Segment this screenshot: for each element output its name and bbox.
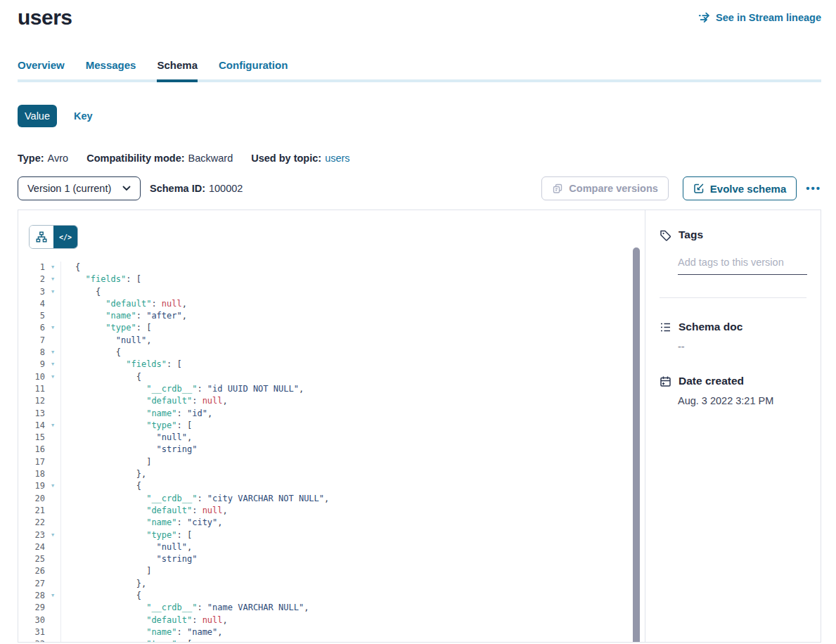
line-number: 14 <box>18 420 45 432</box>
code-text: "fields": [ <box>60 359 632 371</box>
code-text: "__crdb__": "name VARCHAR NULL", <box>60 602 632 614</box>
code-view-button[interactable]: </> <box>53 226 77 248</box>
fold-toggle-icon[interactable]: ▼ <box>45 590 60 602</box>
tags-heading: Tags <box>679 228 703 241</box>
line-number: 18 <box>18 468 45 480</box>
line-number: 21 <box>18 505 45 517</box>
fold-toggle-icon[interactable]: ▼ <box>45 638 60 642</box>
fold-spacer <box>45 553 60 565</box>
metadata-value-link[interactable]: users <box>325 153 349 164</box>
fold-toggle-icon[interactable]: ▼ <box>45 480 60 492</box>
date-created-section: Date created Aug. 3 2022 3:21 PM <box>660 375 806 406</box>
code-line: 9▼ "fields": [ <box>18 359 632 371</box>
line-number: 15 <box>18 432 45 444</box>
version-select-value: Version 1 (current) <box>27 183 111 194</box>
chevron-down-icon <box>122 186 131 191</box>
code-line: 27 }, <box>18 578 632 590</box>
code-line: 6▼ "type": [ <box>18 322 632 334</box>
fold-toggle-icon[interactable]: ▼ <box>45 322 60 334</box>
line-number: 2 <box>18 273 45 285</box>
editor-vertical-scrollbar[interactable] <box>633 247 640 642</box>
line-number: 13 <box>18 408 45 420</box>
tab-schema[interactable]: Schema <box>157 59 198 79</box>
code-line: 21 "default": null, <box>18 505 632 517</box>
line-number: 1 <box>18 262 45 273</box>
code-text: "type": [ <box>60 322 632 334</box>
line-number: 30 <box>18 614 45 626</box>
fold-toggle-icon[interactable]: ▼ <box>45 529 60 541</box>
metadata-label: Used by topic: <box>251 153 321 164</box>
line-number: 10 <box>18 371 45 383</box>
more-actions-button[interactable]: ••• <box>806 176 821 200</box>
line-number: 7 <box>18 335 45 347</box>
code-line: 10▼ { <box>18 371 632 383</box>
metadata-item: Compatibility mode:Backward <box>86 153 233 164</box>
version-select[interactable]: Version 1 (current) <box>18 176 141 200</box>
tab-messages[interactable]: Messages <box>86 59 136 79</box>
code-text: "__crdb__": "id UUID NOT NULL", <box>60 383 632 395</box>
compare-versions-button[interactable]: Compare versions <box>541 176 669 200</box>
key-tab-link[interactable]: Key <box>74 110 93 122</box>
code-view-icon: </> <box>59 233 72 241</box>
schema-doc-value: -- <box>678 341 806 352</box>
version-bar: Version 1 (current) Schema ID:100002 Com… <box>18 176 821 200</box>
fold-toggle-icon[interactable]: ▼ <box>45 347 60 359</box>
code-line: 2▼ "fields": [ <box>18 273 632 285</box>
code-line: 22 "name": "city", <box>18 517 632 529</box>
fold-toggle-icon[interactable]: ▼ <box>45 262 60 273</box>
code-text: { <box>60 590 632 602</box>
date-created-heading-row: Date created <box>660 375 806 387</box>
code-text: { <box>60 286 632 298</box>
line-number: 3 <box>18 286 45 298</box>
code-line: 16 "string" <box>18 444 632 456</box>
line-number: 5 <box>18 310 45 322</box>
tags-input[interactable] <box>678 257 807 275</box>
tab-configuration[interactable]: Configuration <box>219 59 288 79</box>
page-title: users <box>18 6 72 30</box>
tree-view-button[interactable] <box>30 226 53 248</box>
schema-panel: </> 1▼{2▼ "fields": [3▼ {4 "default": nu… <box>18 210 821 643</box>
code-line: 23▼ "type": [ <box>18 529 632 541</box>
fold-toggle-icon[interactable]: ▼ <box>45 359 60 371</box>
fold-spacer <box>45 468 60 480</box>
fold-spacer <box>45 310 60 322</box>
code-text: "null", <box>60 432 632 444</box>
tab-overview[interactable]: Overview <box>18 59 65 79</box>
line-number: 12 <box>18 395 45 407</box>
serde-toggle: Value Key <box>18 105 821 127</box>
schema-id-label: Schema ID: <box>150 183 205 194</box>
code-line: 26 ] <box>18 565 632 577</box>
code-line: 32▼ "type": [ <box>18 638 632 642</box>
metadata-label: Compatibility mode: <box>86 153 184 164</box>
metadata-value: Backward <box>188 153 233 164</box>
fold-spacer <box>45 505 60 517</box>
fold-spacer <box>45 444 60 456</box>
value-tab-button[interactable]: Value <box>18 105 57 127</box>
stream-lineage-label: See in Stream lineage <box>716 12 821 23</box>
sidebar-divider <box>660 297 806 298</box>
calendar-plus-icon <box>660 375 671 387</box>
doc-list-icon <box>660 321 671 333</box>
fold-spacer <box>45 626 60 638</box>
code-line: 13 "name": "id", <box>18 408 632 420</box>
fold-spacer <box>45 602 60 614</box>
tags-heading-row: Tags <box>660 228 806 241</box>
fold-toggle-icon[interactable]: ▼ <box>45 420 60 432</box>
schema-doc-section: Schema doc -- <box>660 321 806 352</box>
code-line: 19▼ { <box>18 480 632 492</box>
metadata-item: Type:Avro <box>18 153 68 164</box>
fold-spacer <box>45 578 60 590</box>
evolve-schema-button[interactable]: Evolve schema <box>683 176 797 200</box>
code-view[interactable]: 1▼{2▼ "fields": [3▼ {4 "default": null,5… <box>18 262 632 642</box>
code-text: "type": [ <box>60 420 632 432</box>
fold-toggle-icon[interactable]: ▼ <box>45 273 60 285</box>
code-text: "name": "after", <box>60 310 632 322</box>
line-number: 8 <box>18 347 45 359</box>
fold-toggle-icon[interactable]: ▼ <box>45 371 60 383</box>
code-line: 3▼ { <box>18 286 632 298</box>
line-number: 28 <box>18 590 45 602</box>
fold-toggle-icon[interactable]: ▼ <box>45 286 60 298</box>
code-text: "type": [ <box>60 638 632 642</box>
stream-lineage-link[interactable]: See in Stream lineage <box>698 12 821 23</box>
code-text: "__crdb__": "city VARCHAR NOT NULL", <box>60 493 632 505</box>
